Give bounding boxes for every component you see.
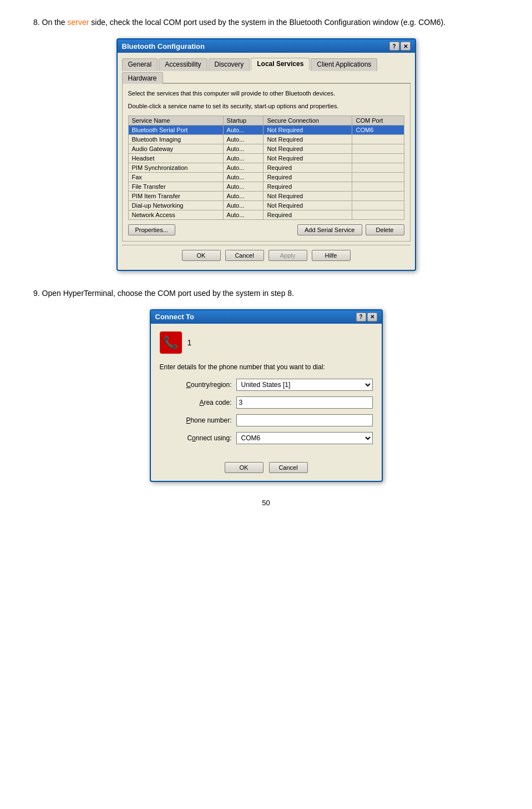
table-cell-startup: Auto... bbox=[223, 134, 264, 144]
cancel-button[interactable]: Cancel bbox=[225, 250, 264, 261]
bluetooth-tabs: General Accessibility Discovery Local Se… bbox=[122, 57, 411, 84]
table-cell-secure: Required bbox=[264, 172, 352, 182]
col-com-port: COM Port bbox=[352, 115, 404, 125]
step8-suffix: side, check the local COM port used by t… bbox=[89, 18, 445, 27]
dialog-action-buttons: OK Cancel Apply Hilfe bbox=[122, 245, 411, 265]
connect-titlebar: Connect To ? ✕ bbox=[151, 310, 382, 324]
table-cell-secure: Not Required bbox=[264, 191, 352, 200]
table-row[interactable]: Bluetooth Serial PortAuto...Not Required… bbox=[128, 125, 404, 134]
properties-button[interactable]: Properties... bbox=[128, 224, 175, 235]
connect-help-button[interactable]: ? bbox=[356, 313, 366, 321]
apply-button: Apply bbox=[268, 250, 307, 261]
table-cell-secure: Required bbox=[264, 210, 352, 219]
table-cell-startup: Auto... bbox=[223, 172, 264, 182]
phone-icon-area: 📞 1 bbox=[160, 331, 373, 354]
connect-ok-button[interactable]: OK bbox=[225, 462, 264, 473]
connect-title: Connect To bbox=[155, 313, 195, 321]
bluetooth-title: Bluetooth Configuration bbox=[122, 42, 205, 51]
phone-icon: 📞 bbox=[160, 331, 182, 354]
table-cell-com bbox=[352, 163, 404, 172]
table-cell-startup: Auto... bbox=[223, 182, 264, 191]
table-cell-secure: Required bbox=[264, 182, 352, 191]
step8-text: 8. On the server side, check the local C… bbox=[33, 17, 499, 28]
table-cell-com bbox=[352, 153, 404, 163]
tab-hardware[interactable]: Hardware bbox=[122, 72, 163, 84]
bluetooth-screenshot-container: Bluetooth Configuration ? ✕ General Acce… bbox=[33, 38, 499, 271]
add-serial-service-button[interactable]: Add Serial Service bbox=[297, 224, 362, 235]
country-select[interactable]: United States [1] bbox=[236, 379, 373, 391]
panel-desc2: Double-click a service name to set its s… bbox=[128, 102, 404, 110]
table-cell-secure: Not Required bbox=[264, 144, 352, 153]
area-code-row: Area code: bbox=[160, 396, 373, 409]
area-code-label: Area code: bbox=[160, 399, 232, 406]
table-cell-name: File Transfer bbox=[128, 182, 223, 191]
connect-cancel-button[interactable]: Cancel bbox=[269, 462, 308, 473]
connect-prompt: Enter details for the phone number that … bbox=[160, 363, 373, 372]
hilfe-button[interactable]: Hilfe bbox=[312, 250, 351, 261]
table-cell-com bbox=[352, 134, 404, 144]
table-cell-startup: Auto... bbox=[223, 191, 264, 200]
area-code-input[interactable] bbox=[236, 396, 373, 409]
close-button[interactable]: ✕ bbox=[401, 42, 411, 51]
ok-button[interactable]: OK bbox=[182, 250, 221, 261]
table-cell-name: PIM Item Transfer bbox=[128, 191, 223, 200]
table-cell-name: Dial-up Networking bbox=[128, 200, 223, 210]
panel-desc1: Select the services that this computer w… bbox=[128, 89, 404, 98]
titlebar-buttons: ? ✕ bbox=[389, 42, 411, 51]
table-row[interactable]: Bluetooth ImagingAuto...Not Required bbox=[128, 134, 404, 144]
connect-using-row: Connect using: COM6 bbox=[160, 432, 373, 444]
connect-screenshot-container: Connect To ? ✕ 📞 1 Enter details for the… bbox=[33, 309, 499, 482]
table-row[interactable]: HeadsetAuto...Not Required bbox=[128, 153, 404, 163]
bluetooth-panel: Select the services that this computer w… bbox=[122, 83, 411, 242]
tab-discovery[interactable]: Discovery bbox=[209, 58, 250, 71]
tab-local-services[interactable]: Local Services bbox=[251, 58, 310, 71]
table-row[interactable]: Network AccessAuto...Required bbox=[128, 210, 404, 219]
table-cell-name: Bluetooth Imaging bbox=[128, 134, 223, 144]
table-cell-name: PIM Synchronization bbox=[128, 163, 223, 172]
col-service-name: Service Name bbox=[128, 115, 223, 125]
bluetooth-dialog: Bluetooth Configuration ? ✕ General Acce… bbox=[116, 38, 416, 271]
help-button[interactable]: ? bbox=[389, 42, 399, 51]
table-cell-com bbox=[352, 172, 404, 182]
table-row[interactable]: Audio GatewayAuto...Not Required bbox=[128, 144, 404, 153]
server-word: server bbox=[67, 18, 89, 27]
table-cell-secure: Not Required bbox=[264, 125, 352, 134]
table-cell-name: Fax bbox=[128, 172, 223, 182]
bluetooth-titlebar: Bluetooth Configuration ? ✕ bbox=[118, 39, 415, 53]
table-cell-startup: Auto... bbox=[223, 153, 264, 163]
table-header: Service Name Startup Secure Connection C… bbox=[128, 115, 404, 125]
delete-button[interactable]: Delete bbox=[366, 224, 404, 235]
connect-using-container: COM6 bbox=[236, 432, 373, 444]
tab-client-applications[interactable]: Client Applications bbox=[311, 58, 377, 71]
phone-icon-number: 1 bbox=[188, 338, 192, 347]
connect-close-button[interactable]: ✕ bbox=[367, 313, 377, 321]
tab-accessibility[interactable]: Accessibility bbox=[159, 58, 207, 71]
col-secure-connection: Secure Connection bbox=[264, 115, 352, 125]
table-cell-name: Headset bbox=[128, 153, 223, 163]
bluetooth-body: General Accessibility Discovery Local Se… bbox=[118, 53, 415, 270]
services-table: Service Name Startup Secure Connection C… bbox=[128, 115, 404, 220]
col-startup: Startup bbox=[223, 115, 264, 125]
connect-using-select[interactable]: COM6 bbox=[236, 432, 373, 444]
country-label: Country/region: bbox=[160, 381, 232, 389]
table-cell-startup: Auto... bbox=[223, 125, 264, 134]
table-row[interactable]: Dial-up NetworkingAuto...Not Required bbox=[128, 200, 404, 210]
table-row[interactable]: FaxAuto...Required bbox=[128, 172, 404, 182]
table-row[interactable]: PIM Item TransferAuto...Not Required bbox=[128, 191, 404, 200]
table-cell-name: Bluetooth Serial Port bbox=[128, 125, 223, 134]
table-cell-startup: Auto... bbox=[223, 144, 264, 153]
table-cell-com bbox=[352, 182, 404, 191]
table-row[interactable]: File TransferAuto...Required bbox=[128, 182, 404, 191]
table-cell-secure: Not Required bbox=[264, 200, 352, 210]
table-cell-com bbox=[352, 144, 404, 153]
tab-general[interactable]: General bbox=[122, 58, 158, 71]
panel-btn-row: Properties... Add Serial Service Delete bbox=[128, 224, 404, 235]
table-row[interactable]: PIM SynchronizationAuto...Required bbox=[128, 163, 404, 172]
table-cell-com bbox=[352, 210, 404, 219]
services-tbody: Bluetooth Serial PortAuto...Not Required… bbox=[128, 125, 404, 219]
table-cell-com bbox=[352, 191, 404, 200]
table-cell-name: Network Access bbox=[128, 210, 223, 219]
connect-dialog-btns: OK Cancel bbox=[151, 458, 382, 481]
phone-number-input[interactable] bbox=[236, 414, 373, 426]
table-cell-com: COM6 bbox=[352, 125, 404, 134]
